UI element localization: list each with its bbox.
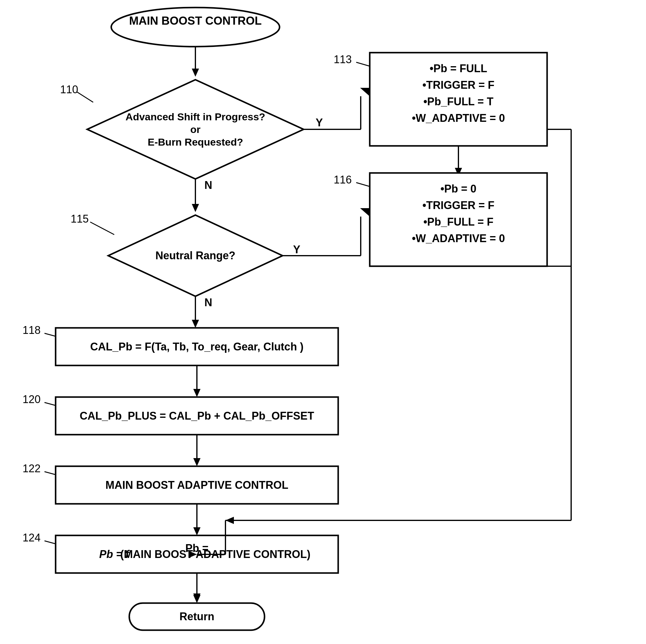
- svg-line-52: [44, 333, 56, 336]
- svg-text:•Pb_FULL = F: •Pb_FULL = F: [424, 216, 494, 228]
- svg-text:•W_ADAPTIVE = 0: •W_ADAPTIVE = 0: [412, 112, 505, 124]
- svg-marker-60: [193, 458, 201, 466]
- svg-text:•TRIGGER = F: •TRIGGER = F: [422, 199, 495, 211]
- svg-marker-79: [193, 595, 201, 603]
- svg-text:•Pb = FULL: •Pb = FULL: [430, 62, 487, 75]
- svg-text:E-Burn Requested?: E-Burn Requested?: [147, 136, 243, 148]
- svg-text:Y: Y: [293, 243, 300, 256]
- svg-marker-45: [225, 517, 234, 524]
- svg-line-58: [44, 402, 56, 405]
- svg-text:•W_ADAPTIVE = 0: •W_ADAPTIVE = 0: [412, 232, 505, 245]
- svg-line-64: [44, 472, 56, 475]
- svg-text:•Pb_FULL = T: •Pb_FULL = T: [424, 95, 494, 108]
- svg-text:120: 120: [22, 393, 40, 405]
- svg-line-29: [90, 222, 114, 235]
- svg-text:CAL_Pb_PLUS = CAL_Pb + CAL_Pb_: CAL_Pb_PLUS = CAL_Pb + CAL_Pb_OFFSET: [80, 410, 314, 422]
- svg-marker-54: [193, 389, 201, 397]
- svg-line-9: [77, 92, 93, 102]
- svg-text:•Pb = 0: •Pb = 0: [440, 183, 476, 195]
- svg-text:MAIN BOOST ADAPTIVE CONTROL: MAIN BOOST ADAPTIVE CONTROL: [106, 479, 289, 491]
- svg-marker-3: [192, 69, 199, 77]
- svg-text:110: 110: [60, 83, 78, 96]
- svg-text:124: 124: [22, 532, 40, 544]
- svg-text:122: 122: [22, 462, 40, 475]
- svg-text:or: or: [190, 124, 201, 135]
- svg-text:N: N: [204, 296, 212, 308]
- svg-text:Neutral Range?: Neutral Range?: [155, 249, 235, 262]
- svg-text:•TRIGGER = F: •TRIGGER = F: [422, 79, 495, 91]
- svg-text:Advanced Shift in Progress?: Advanced Shift in Progress?: [126, 111, 265, 122]
- svg-marker-25: [192, 204, 199, 212]
- svg-line-72: [44, 541, 56, 544]
- svg-text:N: N: [204, 179, 212, 191]
- svg-text:116: 116: [334, 174, 352, 186]
- flowchart-container: MAIN BOOST CONTROL Advanced Shift in Pro…: [0, 0, 646, 644]
- svg-line-40: [356, 183, 370, 186]
- svg-text:Y: Y: [316, 116, 323, 129]
- svg-text:113: 113: [334, 53, 352, 66]
- svg-point-0: [111, 7, 280, 47]
- svg-text:MAIN BOOST CONTROL: MAIN BOOST CONTROL: [129, 14, 261, 27]
- svg-text:115: 115: [71, 213, 89, 225]
- svg-text:CAL_Pb = F(Ta, Tb, To_req, Gea: CAL_Pb = F(Ta, Tb, To_req, Gear, Clutch …: [90, 341, 304, 353]
- svg-text:118: 118: [22, 324, 40, 336]
- svg-marker-48: [192, 320, 199, 328]
- svg-line-20: [356, 62, 370, 66]
- svg-text:Return: Return: [180, 610, 214, 623]
- svg-marker-66: [193, 527, 201, 535]
